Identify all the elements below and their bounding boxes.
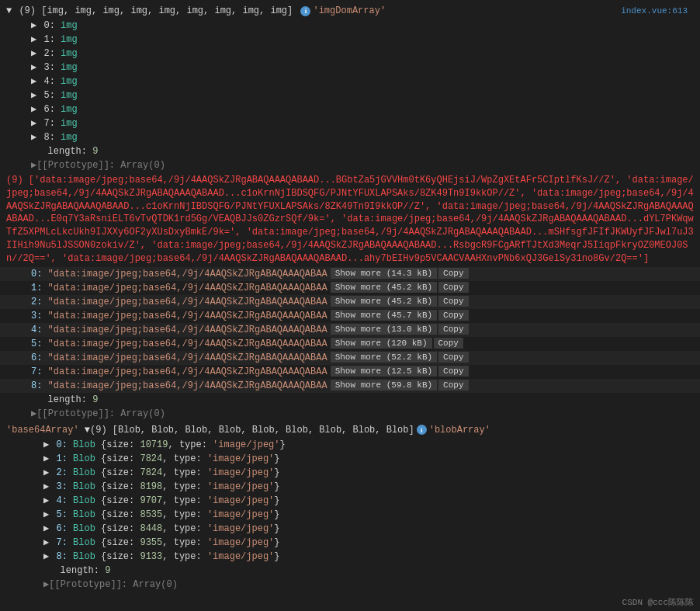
data-item-index-4: 4: bbox=[31, 324, 48, 336]
blob-item-4[interactable]: 4: Blob {size: 9707, type: 'image/jpeg'} bbox=[0, 494, 700, 508]
blob-item-type-4: Blob bbox=[73, 495, 95, 507]
copy-btn-6[interactable]: Copy bbox=[438, 352, 468, 363]
copy-btn-8[interactable]: Copy bbox=[438, 380, 468, 391]
img3-toggle[interactable] bbox=[31, 61, 36, 74]
blobarray-summary: (9) [Blob, Blob, Blob, Blob, Blob, Blob,… bbox=[90, 423, 414, 437]
imgdomarray-label: 'imgDomArray' bbox=[313, 4, 386, 18]
copy-btn-3[interactable]: Copy bbox=[438, 310, 468, 321]
imgdomarray-toggle[interactable] bbox=[6, 4, 12, 18]
img-item-7[interactable]: 7: img bbox=[0, 116, 700, 130]
length-label: length: bbox=[31, 145, 92, 158]
img-item-1[interactable]: 1: img bbox=[0, 33, 700, 47]
blob-item-3[interactable]: 3: Blob {size: 8198, type: 'image/jpeg'} bbox=[0, 480, 700, 494]
show-more-btn-5[interactable]: Show more (120 kB) bbox=[331, 338, 432, 349]
data-item-4: 4: "data:image/jpeg;base64,/9j/4AAQSkZJR… bbox=[0, 323, 700, 337]
copy-btn-5[interactable]: Copy bbox=[434, 338, 463, 349]
img5-key: 5: bbox=[38, 89, 61, 102]
data-prototype-row[interactable]: ▶[[Prototype]]: Array(0) bbox=[0, 407, 700, 421]
blob0-toggle[interactable] bbox=[43, 439, 49, 451]
blob-item-7[interactable]: 7: Blob {size: 9355, type: 'image/jpeg'} bbox=[0, 536, 700, 550]
info-icon-imgdomarray[interactable]: i bbox=[300, 6, 310, 16]
bottom-bar: CSDN @ccc陈陈陈 bbox=[616, 593, 700, 611]
data-item-2: 2: "data:image/jpeg;base64,/9j/4AAQSkZJR… bbox=[0, 295, 700, 309]
img0-toggle[interactable] bbox=[31, 19, 36, 32]
img-item-2[interactable]: 2: img bbox=[0, 47, 700, 61]
blob-length-row: length: 9 bbox=[0, 564, 700, 578]
show-more-btn-0[interactable]: Show more (14.3 kB) bbox=[331, 268, 437, 279]
copy-btn-4[interactable]: Copy bbox=[438, 324, 468, 335]
blob1-toggle[interactable] bbox=[43, 453, 49, 465]
img1-key: 1: bbox=[38, 33, 61, 46]
copy-btn-7[interactable]: Copy bbox=[438, 366, 468, 377]
show-more-btn-3[interactable]: Show more (45.7 kB) bbox=[331, 310, 437, 321]
file-link[interactable]: index.vue:613 bbox=[621, 4, 694, 18]
show-more-btn-8[interactable]: Show more (59.8 kB) bbox=[331, 380, 437, 391]
blob4-toggle[interactable] bbox=[43, 495, 49, 507]
blob6-toggle[interactable] bbox=[43, 522, 49, 535]
info-icon-blob[interactable]: i bbox=[417, 425, 427, 435]
blob8-toggle[interactable] bbox=[43, 550, 49, 563]
data-prototype-label: ▶[[Prototype]]: Array(0) bbox=[31, 408, 165, 420]
blob-item-type-6: Blob bbox=[73, 522, 95, 535]
blob3-toggle[interactable] bbox=[43, 481, 49, 493]
blob-item-6[interactable]: 6: Blob {size: 8448, type: 'image/jpeg'} bbox=[0, 522, 700, 536]
blobarray-label: 'blobArray' bbox=[429, 423, 490, 437]
blobarray-header[interactable]: 'base64Array' ▼ (9) [Blob, Blob, Blob, B… bbox=[0, 422, 700, 438]
img8-toggle[interactable] bbox=[31, 131, 36, 144]
blob-item-2[interactable]: 2: Blob {size: 7824, type: 'image/jpeg'} bbox=[0, 466, 700, 480]
imgdomarray-summary: (9) [img, img, img, img, img, img, img, … bbox=[13, 4, 298, 18]
img-item-4[interactable]: 4: img bbox=[0, 75, 700, 89]
blob-prototype-row[interactable]: ▶[[Prototype]]: Array(0) bbox=[0, 578, 700, 592]
data-item-5: 5: "data:image/jpeg;base64,/9j/4AAQSkZJR… bbox=[0, 337, 700, 351]
img4-toggle[interactable] bbox=[31, 75, 36, 88]
img2-value: img bbox=[61, 47, 78, 60]
copy-btn-0[interactable]: Copy bbox=[438, 268, 468, 279]
blob-item-0[interactable]: 0: Blob {size: 10719, type: 'image/jpeg'… bbox=[0, 438, 700, 452]
img2-toggle[interactable] bbox=[31, 47, 36, 60]
data-item-value-2: "data:image/jpeg;base64,/9j/4AAQSkZJRgAB… bbox=[48, 296, 327, 308]
img2-key: 2: bbox=[38, 47, 61, 60]
blob-item-type-1: Blob bbox=[73, 453, 95, 465]
img6-value: img bbox=[61, 103, 78, 116]
data-item-index-5: 5: bbox=[31, 338, 48, 350]
show-more-btn-6[interactable]: Show more (52.2 kB) bbox=[331, 352, 437, 363]
copy-btn-2[interactable]: Copy bbox=[438, 296, 468, 307]
data-items-container: 0: "data:image/jpeg;base64,/9j/4AAQSkZJR… bbox=[0, 267, 700, 393]
img7-key: 7: bbox=[38, 117, 61, 130]
blob2-toggle[interactable] bbox=[43, 467, 49, 479]
show-more-btn-1[interactable]: Show more (45.2 kB) bbox=[331, 282, 437, 293]
img-item-0[interactable]: 0: img bbox=[0, 19, 700, 33]
data-length-row: length: 9 bbox=[0, 393, 700, 407]
img1-value: img bbox=[61, 33, 78, 46]
img7-toggle[interactable] bbox=[31, 117, 36, 130]
imgdomarray-prototype[interactable]: ▶[[Prototype]]: Array(0) bbox=[0, 158, 700, 172]
blob-item-8[interactable]: 8: Blob {size: 9133, type: 'image/jpeg'} bbox=[0, 550, 700, 564]
data-item-index-3: 3: bbox=[31, 310, 48, 322]
blob-item-index-0: 0: bbox=[50, 439, 73, 451]
img1-toggle[interactable] bbox=[31, 33, 36, 46]
length-value: 9 bbox=[92, 145, 98, 158]
img7-value: img bbox=[61, 117, 78, 130]
show-more-btn-2[interactable]: Show more (45.2 kB) bbox=[331, 296, 437, 307]
img-item-6[interactable]: 6: img bbox=[0, 102, 700, 116]
img-item-5[interactable]: 5: img bbox=[0, 89, 700, 102]
data-item-value-7: "data:image/jpeg;base64,/9j/4AAQSkZJRgAB… bbox=[48, 366, 327, 378]
img-item-3[interactable]: 3: img bbox=[0, 61, 700, 75]
data-item-value-4: "data:image/jpeg;base64,/9j/4AAQSkZJRgAB… bbox=[48, 324, 327, 336]
data-item-value-6: "data:image/jpeg;base64,/9j/4AAQSkZJRgAB… bbox=[48, 352, 327, 364]
img6-toggle[interactable] bbox=[31, 103, 36, 116]
data-length-label: length: bbox=[31, 394, 92, 406]
blob-item-5[interactable]: 5: Blob {size: 8535, type: 'image/jpeg'} bbox=[0, 508, 700, 522]
img-item-8[interactable]: 8: img bbox=[0, 130, 700, 144]
prototype-label: ▶[[Prototype]]: Array(0) bbox=[31, 159, 165, 172]
show-more-btn-4[interactable]: Show more (13.0 kB) bbox=[331, 324, 437, 335]
show-more-btn-7[interactable]: Show more (12.5 kB) bbox=[331, 366, 437, 377]
imgdomarray-header[interactable]: (9) [img, img, img, img, img, img, img, … bbox=[0, 3, 700, 19]
blob-item-1[interactable]: 1: Blob {size: 7824, type: 'image/jpeg'} bbox=[0, 452, 700, 466]
blob7-toggle[interactable] bbox=[43, 536, 49, 549]
blob5-toggle[interactable] bbox=[43, 509, 49, 521]
copy-btn-1[interactable]: Copy bbox=[438, 282, 468, 293]
img5-toggle[interactable] bbox=[31, 89, 36, 102]
data-item-value-1: "data:image/jpeg;base64,/9j/4AAQSkZJRgAB… bbox=[48, 282, 327, 294]
data-array-multiline: (9) ['data:image/jpeg;base64,/9j/4AAQSkZ… bbox=[0, 172, 700, 267]
